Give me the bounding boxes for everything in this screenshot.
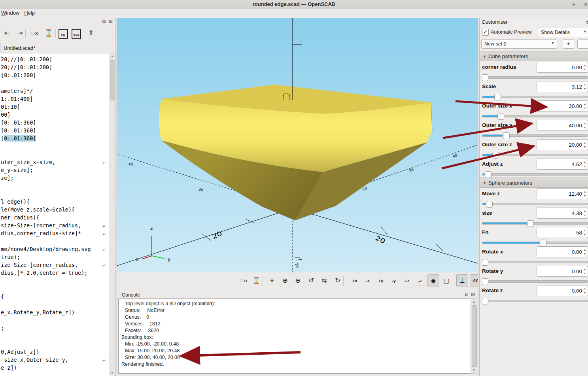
spin-up-icon[interactable]: ▲	[582, 286, 587, 291]
slider-handle[interactable]	[482, 298, 488, 304]
slider-handle[interactable]	[503, 132, 510, 139]
reset-view-icon[interactable]: ↺	[305, 274, 317, 287]
spinbox-outer-size-z[interactable]: 20.00▲▼	[537, 139, 588, 150]
console-float-icon[interactable]: ⧉	[465, 292, 468, 297]
code-line[interactable]	[1, 237, 109, 245]
slider-handle[interactable]	[494, 94, 501, 100]
console-close-icon[interactable]: ⊠	[471, 292, 475, 297]
slider-handle[interactable]	[492, 152, 499, 159]
code-line[interactable]	[1, 142, 109, 150]
slider-scale[interactable]	[482, 96, 588, 98]
show-axes-icon[interactable]: ⊥	[456, 274, 468, 287]
slider-handle[interactable]	[482, 259, 488, 266]
console-output[interactable]: Top level object is a 3D object (manifol…	[118, 299, 471, 374]
spinbox-rotate-y[interactable]: 0.00▲▼	[537, 266, 588, 277]
code-line[interactable]: size-Size-[corner_radius,↵	[1, 221, 109, 229]
slider-handle[interactable]	[497, 113, 504, 120]
slider-outer-size-y[interactable]	[482, 134, 588, 137]
spin-down-icon[interactable]: ▼	[582, 164, 587, 168]
code-line[interactable]	[1, 332, 109, 340]
preset-dropdown[interactable]: New set 2 ▼	[481, 39, 557, 49]
slider-adjust-z[interactable]	[482, 173, 588, 176]
console-scrollbar[interactable]: ▲ ▼	[471, 299, 477, 374]
code-line[interactable]	[1, 79, 109, 87]
code-line[interactable]: 00]	[1, 111, 109, 119]
perspective-icon[interactable]: ◆	[427, 274, 439, 287]
code-line[interactable]	[1, 150, 109, 158]
view-minus-y-icon[interactable]: -y	[388, 274, 400, 287]
spinbox-rotate-x[interactable]: 0.00▲▼	[537, 246, 588, 257]
code-line[interactable]: [0:.01:200]	[1, 71, 109, 79]
view-preview-icon[interactable]: ◌»	[238, 274, 250, 287]
view-plus-z-icon[interactable]: +z	[401, 274, 413, 287]
spin-up-icon[interactable]: ▲	[582, 102, 587, 106]
code-line[interactable]: 01:10]	[1, 103, 109, 111]
export-svg-icon[interactable]: SVG	[72, 29, 81, 39]
viewport-3d[interactable]: 20 20 20 30 40 20 40 20	[117, 18, 478, 272]
spin-up-icon[interactable]: ▲	[582, 82, 587, 87]
slider-rotate-y[interactable]	[482, 280, 588, 283]
spin-up-icon[interactable]: ▲	[582, 121, 587, 125]
code-line[interactable]: le(Move_z,scale=Scale){	[1, 206, 109, 214]
details-dropdown[interactable]: Show Details ▼	[538, 28, 588, 37]
spinbox-rotate-z[interactable]: 0.00▲▼	[537, 285, 588, 296]
code-line[interactable]: ner_radius){	[1, 214, 109, 221]
view-render-icon[interactable]: ⌛	[250, 274, 262, 287]
editor-scrollbar[interactable]: ▲ ▼	[109, 53, 115, 376]
code-line[interactable]: {	[1, 293, 109, 300]
automatic-preview-checkbox[interactable]: ✓	[482, 29, 489, 36]
slider-handle[interactable]	[485, 171, 492, 178]
slider-size[interactable]	[482, 222, 588, 225]
editor-close-icon[interactable]: ⊠	[109, 19, 113, 24]
export-3d-icon[interactable]: ⇧	[85, 28, 96, 38]
slider-handle[interactable]	[486, 201, 493, 208]
spin-down-icon[interactable]: ▼	[582, 106, 587, 110]
zoom-in-icon[interactable]: ⊕	[279, 274, 291, 287]
preview-icon[interactable]: ◌»	[29, 28, 40, 38]
render-icon[interactable]: ⌛	[43, 28, 54, 38]
code-line[interactable]: _size_x,Outer_size_y,↵	[1, 356, 109, 364]
slider-handle[interactable]	[527, 220, 534, 227]
code-line[interactable]: 20;//[0:.01:200]	[1, 63, 109, 71]
slider-corner-radius[interactable]	[482, 76, 588, 79]
code-line[interactable]: 1:.01:400]	[1, 95, 109, 103]
code-line[interactable]: e_z])	[1, 364, 109, 372]
section-header-sphere-parameters[interactable]: ▼Sphere parameters	[480, 178, 588, 188]
view-minus-x-icon[interactable]: -x	[362, 274, 374, 287]
slider-handle[interactable]	[482, 74, 488, 81]
slider-rotate-z[interactable]	[482, 300, 588, 302]
scroll-down-icon[interactable]: ▼	[109, 371, 115, 375]
code-line[interactable]: e_x,Rotate_y,Rotate_z])	[1, 308, 109, 316]
spin-up-icon[interactable]: ▲	[582, 140, 587, 145]
code-line[interactable]: uter_size_x-size,↵	[1, 158, 109, 166]
slider-outer-size-x[interactable]	[482, 115, 588, 117]
menu-item-help[interactable]: Help	[23, 9, 38, 16]
spinbox-adjust-z[interactable]: 4.62▲▼	[537, 159, 588, 170]
scroll-up-icon[interactable]: ▲	[471, 300, 477, 304]
spinbox-outer-size-x[interactable]: 30.00▲▼	[537, 100, 588, 111]
preset-add-button[interactable]: +	[563, 39, 574, 49]
code-line[interactable]: l_edge(){	[1, 198, 109, 206]
scroll-up-icon[interactable]: ▲	[109, 55, 115, 58]
tab-untitled[interactable]: Untitled.scad*	[0, 43, 46, 53]
spin-up-icon[interactable]: ▲	[582, 160, 587, 164]
code-editor[interactable]: 20;//[0:.01:200]20;//[0:.01:200][0:.01:2…	[0, 53, 115, 376]
slider-handle[interactable]	[540, 240, 546, 246]
maximize-button[interactable]: +	[569, 0, 579, 8]
minimize-button[interactable]: –	[557, 0, 567, 8]
code-line[interactable]: ;	[1, 324, 109, 332]
slider-move-z[interactable]	[482, 203, 588, 205]
code-line[interactable]: dius,corner_radius-size]*↵	[1, 229, 109, 237]
spin-up-icon[interactable]: ▲	[582, 189, 587, 194]
section-header-cube-parameters[interactable]: ▼Cube parameters	[480, 51, 588, 61]
editor-scroll-thumb[interactable]	[110, 60, 115, 100]
spin-down-icon[interactable]: ▼	[582, 252, 587, 256]
customizer-float-icon[interactable]: ⧉	[586, 19, 588, 25]
code-line[interactable]: ize-Size-[corner_radius,↵	[1, 261, 109, 269]
scroll-down-icon[interactable]: ▼	[471, 368, 477, 372]
slider-rotate-x[interactable]	[482, 261, 588, 263]
code-line[interactable]	[1, 182, 109, 190]
slider-fn[interactable]	[482, 242, 588, 244]
spin-down-icon[interactable]: ▼	[582, 291, 587, 295]
spin-up-icon[interactable]: ▲	[582, 63, 587, 67]
